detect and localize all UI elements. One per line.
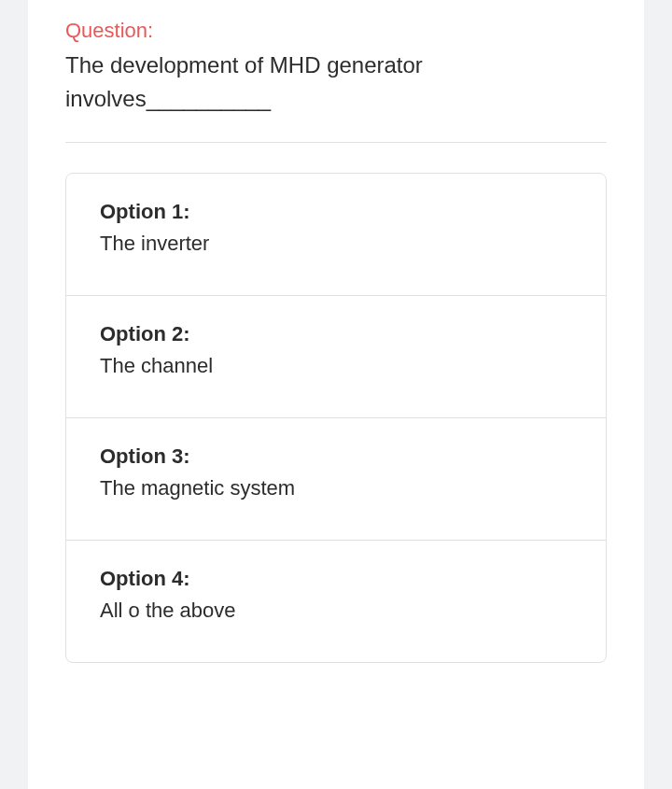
- option-label: Option 4:: [100, 567, 572, 591]
- option-label: Option 1:: [100, 200, 572, 224]
- question-card: Question: The development of MHD generat…: [28, 0, 644, 789]
- options-container: Option 1: The inverter Option 2: The cha…: [65, 173, 607, 663]
- option-item-3[interactable]: Option 3: The magnetic system: [66, 418, 606, 541]
- option-text: The magnetic system: [100, 476, 572, 500]
- option-item-4[interactable]: Option 4: All o the above: [66, 541, 606, 662]
- option-label: Option 2:: [100, 322, 572, 346]
- option-item-2[interactable]: Option 2: The channel: [66, 296, 606, 418]
- option-label: Option 3:: [100, 444, 572, 469]
- option-item-1[interactable]: Option 1: The inverter: [66, 174, 606, 296]
- option-text: All o the above: [100, 599, 572, 623]
- question-text: The development of MHD generator involve…: [65, 49, 607, 116]
- option-text: The inverter: [100, 232, 572, 256]
- divider: [65, 142, 607, 143]
- question-label: Question:: [65, 19, 607, 43]
- option-text: The channel: [100, 354, 572, 378]
